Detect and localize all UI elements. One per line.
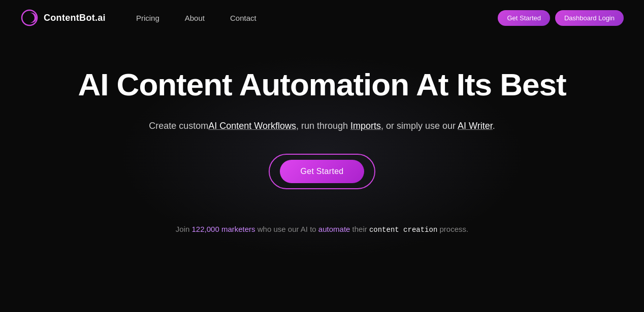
hero-get-started-button[interactable]: Get Started	[280, 160, 364, 183]
social-proof: Join 122,000 marketers who use our AI to…	[176, 225, 468, 234]
hero-section: AI Content Automation At Its Best Create…	[0, 36, 644, 234]
nav-right: Get Started Dashboard Login	[498, 10, 624, 26]
subtitle-after-imports: , or simply use our	[381, 121, 458, 131]
nav-link-contact[interactable]: Contact	[220, 10, 267, 26]
logo-text: ContentBot.ai	[44, 13, 106, 23]
social-proof-marketers: marketers	[219, 225, 255, 233]
nav-dashboard-login-button[interactable]: Dashboard Login	[555, 10, 624, 26]
nav-link-about[interactable]: About	[175, 10, 215, 26]
social-proof-content-creation: content creation	[369, 226, 437, 234]
subtitle-link-workflows[interactable]: AI Content Workflows	[208, 121, 296, 131]
social-proof-middle: who use our AI to	[255, 225, 318, 233]
subtitle-link-imports[interactable]: Imports	[350, 121, 381, 131]
hero-subtitle: Create customAI Content Workflows, run t…	[149, 119, 495, 133]
subtitle-link-ai-writer[interactable]: AI Writer	[458, 121, 493, 131]
subtitle-middle: , run through	[296, 121, 350, 131]
social-proof-automate: automate	[318, 225, 350, 233]
social-proof-after-automate: their	[350, 225, 369, 233]
social-proof-number: 122,000	[192, 225, 219, 233]
subtitle-prefix: Create custom	[149, 121, 208, 131]
nav-get-started-button[interactable]: Get Started	[498, 10, 550, 26]
logo-icon	[20, 9, 39, 27]
social-proof-suffix: process.	[437, 225, 468, 233]
cta-container: Get Started	[269, 154, 375, 189]
logo[interactable]: ContentBot.ai	[20, 9, 106, 27]
hero-title: AI Content Automation At Its Best	[78, 66, 566, 103]
nav-link-pricing[interactable]: Pricing	[126, 10, 170, 26]
subtitle-end: .	[493, 121, 495, 131]
svg-point-2	[24, 13, 35, 23]
nav-links: Pricing About Contact	[126, 10, 267, 26]
nav-left: ContentBot.ai Pricing About Contact	[20, 9, 267, 27]
navbar: ContentBot.ai Pricing About Contact Get …	[0, 0, 644, 36]
social-proof-prefix: Join	[176, 225, 192, 233]
